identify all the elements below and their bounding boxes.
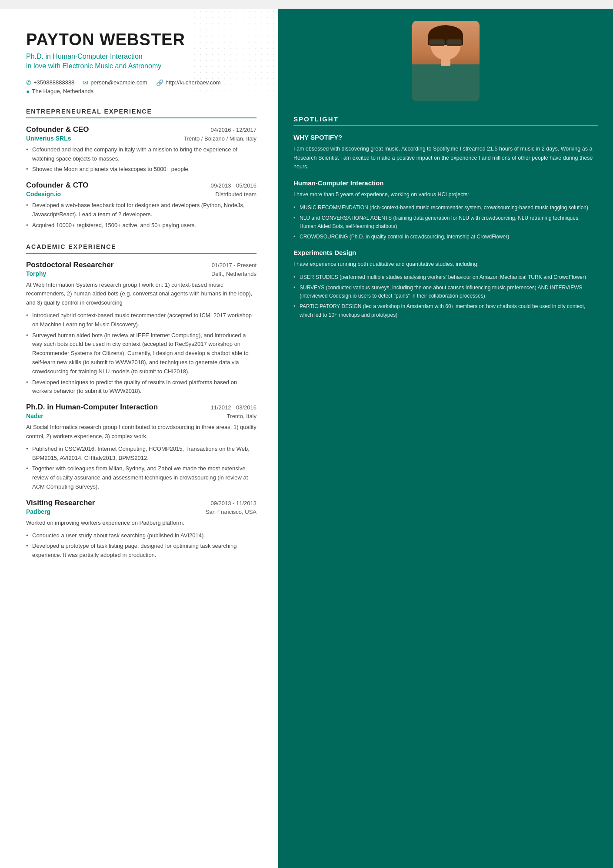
photo-area — [278, 9, 613, 104]
job-header-visiting: Visiting Researcher 09/2013 - 11/2013 — [26, 499, 257, 507]
hci-heading: Human-Computer Interaction — [293, 179, 598, 187]
experiments-intro: I have experience running both qualitati… — [293, 260, 598, 269]
bullet-item: Acquired 10000+ registered, 1500+ active… — [32, 221, 257, 230]
right-column: SPOTLIGHT WHY SPOTIFY? I am obsessed wit… — [278, 9, 613, 868]
job-location-postdoc: Delft, Netherlands — [211, 271, 257, 277]
job-entry-visiting: Visiting Researcher 09/2013 - 11/2013 Pa… — [26, 499, 257, 560]
subtitle-line1: Ph.D. in Human-Computer Interaction — [26, 53, 143, 60]
job-header-ceo: Cofounder & CEO 04/2016 - 12/2017 — [26, 125, 257, 134]
email-icon: ✉ — [83, 79, 88, 86]
bullet-item: Developed a prototype of task listing pa… — [32, 542, 257, 560]
phone-number: +359888888888 — [33, 79, 74, 86]
company-nader[interactable]: Nader — [26, 412, 43, 419]
why-spotify-text: I am obsessed with discovering great mus… — [293, 144, 598, 171]
job-bullets-postdoc: Introduced hybrid context-based music re… — [26, 311, 257, 396]
bullet-item: Showed the Moon and planets via telescop… — [32, 165, 257, 174]
bullet-item: Cofounded and lead the company in Italy … — [32, 145, 257, 164]
link-icon: 🔗 — [156, 79, 163, 86]
hci-intro: I have more than 5 years of experience, … — [293, 190, 598, 199]
job-desc-postdoc: At Web Information Systems research grou… — [26, 281, 257, 308]
job-date-phd: 11/2012 - 03/2016 — [210, 404, 257, 411]
experiments-bullet-item: SURVEYS (conducted various surveys, incl… — [300, 284, 598, 300]
job-entry-phd: Ph.D. in Human-Computer Interaction 11/2… — [26, 403, 257, 492]
candidate-subtitle: Ph.D. in Human-Computer Interaction in l… — [26, 52, 257, 71]
bullet-item: Developed a web-base feedback tool for d… — [32, 201, 257, 219]
job-desc-visiting: Worked on improving workers experience o… — [26, 519, 257, 528]
job-bullets-phd: Published in CSCW2016, Internet Computin… — [26, 445, 257, 492]
candidate-name: PAYTON WEBSTER — [26, 30, 257, 49]
hci-bullets: MUSIC RECOMMENDATION (rich-context-based… — [293, 204, 598, 241]
job-location-ceo: Trento / Bolzano / Milan, Italy — [183, 135, 257, 142]
left-column: PAYTON WEBSTER Ph.D. in Human-Computer I… — [0, 9, 278, 868]
job-date-postdoc: 01/2017 - Present — [212, 262, 257, 268]
job-location-cto: Distributed team — [215, 191, 257, 198]
hci-bullet-item: MUSIC RECOMMENDATION (rich-context-based… — [300, 204, 598, 212]
company-univerius[interactable]: Univerius SRLs — [26, 135, 71, 142]
job-header-postdoc: Postdoctoral Researcher 01/2017 - Presen… — [26, 261, 257, 269]
job-title-ceo: Cofounder & CEO — [26, 125, 89, 134]
contact-phone: ✆ +359888888888 — [26, 79, 74, 86]
job-bullets-visiting: Conducted a user study about task search… — [26, 531, 257, 560]
bullet-item: Surveyed human aided bots (in review at … — [32, 331, 257, 376]
job-sub-cto: Codesign.io Distributed team — [26, 191, 257, 198]
avatar-neck — [441, 57, 450, 66]
job-title-phd: Ph.D. in Human-Computer Interaction — [26, 403, 158, 412]
contact-location: ● The Hague, Netherlands — [26, 88, 257, 95]
hci-bullet-item: CROWDSOURCING (Ph.D. in quality control … — [300, 233, 598, 241]
job-title-postdoc: Postdoctoral Researcher — [26, 261, 113, 269]
company-padberg[interactable]: Padberg — [26, 508, 50, 515]
job-entry-postdoc: Postdoctoral Researcher 01/2017 - Presen… — [26, 261, 257, 396]
phone-icon: ✆ — [26, 79, 31, 86]
bullet-item: Conducted a user study about task search… — [32, 531, 257, 540]
experiments-bullet-item: PARTICIPATORY DESIGN (led a workshop in … — [300, 302, 598, 319]
job-location-visiting: San Francisco, USA — [206, 509, 257, 515]
job-sub-ceo: Univerius SRLs Trento / Bolzano / Milan,… — [26, 135, 257, 142]
email-address: person@example.com — [90, 79, 147, 86]
avatar-shirt — [412, 64, 480, 101]
job-bullets-ceo: Cofounded and lead the company in Italy … — [26, 145, 257, 174]
bullet-item: Published in CSCW2016, Internet Computin… — [32, 445, 257, 463]
contact-row: ✆ +359888888888 ✉ person@example.com 🔗 h… — [26, 79, 257, 86]
job-title-visiting: Visiting Researcher — [26, 499, 95, 507]
hci-bullet-item: NLU and CONVERSATIONAL AGENTS (training … — [300, 214, 598, 231]
company-codesign[interactable]: Codesign.io — [26, 191, 61, 198]
experiments-bullets: USER STUDIES (performed multiple studies… — [293, 273, 598, 319]
job-sub-postdoc: Torphy Delft, Netherlands — [26, 270, 257, 277]
experiments-bullet-item: USER STUDIES (performed multiple studies… — [300, 273, 598, 282]
location-icon: ● — [26, 88, 30, 95]
job-date-cto: 09/2013 - 05/2016 — [210, 182, 257, 189]
avatar-glasses — [429, 39, 462, 46]
website-url: http://kucherbaev.com — [166, 79, 221, 86]
sidebar-content: SPOTLIGHT WHY SPOTIFY? I am obsessed wit… — [278, 104, 613, 868]
bullet-item: Developed techniques to predict the qual… — [32, 378, 257, 396]
job-date-ceo: 04/2016 - 12/2017 — [210, 127, 257, 133]
bullet-item: Together with colleagues from Milan, Syd… — [32, 464, 257, 491]
job-header-cto: Cofounder & CTO 09/2013 - 05/2016 — [26, 181, 257, 190]
subtitle-line2: in love with Electronic Music and Astron… — [26, 62, 161, 70]
spotlight-section-title: SPOTLIGHT — [293, 115, 598, 126]
avatar — [412, 21, 480, 101]
job-entry-cto: Cofounder & CTO 09/2013 - 05/2016 Codesi… — [26, 181, 257, 230]
contact-website: 🔗 http://kucherbaev.com — [156, 79, 221, 86]
experiments-heading: Experiments Design — [293, 249, 598, 256]
job-bullets-cto: Developed a web-base feedback tool for d… — [26, 201, 257, 230]
job-entry-ceo: Cofounder & CEO 04/2016 - 12/2017 Univer… — [26, 125, 257, 174]
contact-email: ✉ person@example.com — [83, 79, 147, 86]
job-date-visiting: 09/2013 - 11/2013 — [210, 500, 257, 506]
section-academic-title: ACADEMIC EXPERIENCE — [26, 243, 257, 254]
company-torphy[interactable]: Torphy — [26, 270, 46, 277]
job-title-cto: Cofounder & CTO — [26, 181, 88, 190]
job-sub-phd: Nader Trento, Italy — [26, 412, 257, 419]
job-location-phd: Trento, Italy — [227, 413, 257, 419]
section-entrepreneureal-title: ENTREPRENEUREAL EXPERIENCE — [26, 108, 257, 118]
job-header-phd: Ph.D. in Human-Computer Interaction 11/2… — [26, 403, 257, 412]
location-text: The Hague, Netherlands — [32, 88, 93, 94]
why-spotify-heading: WHY SPOTIFY? — [293, 134, 598, 141]
job-sub-visiting: Padberg San Francisco, USA — [26, 508, 257, 515]
job-desc-phd: At Social Informatics research group I c… — [26, 423, 257, 441]
bullet-item: Introduced hybrid context-based music re… — [32, 311, 257, 329]
